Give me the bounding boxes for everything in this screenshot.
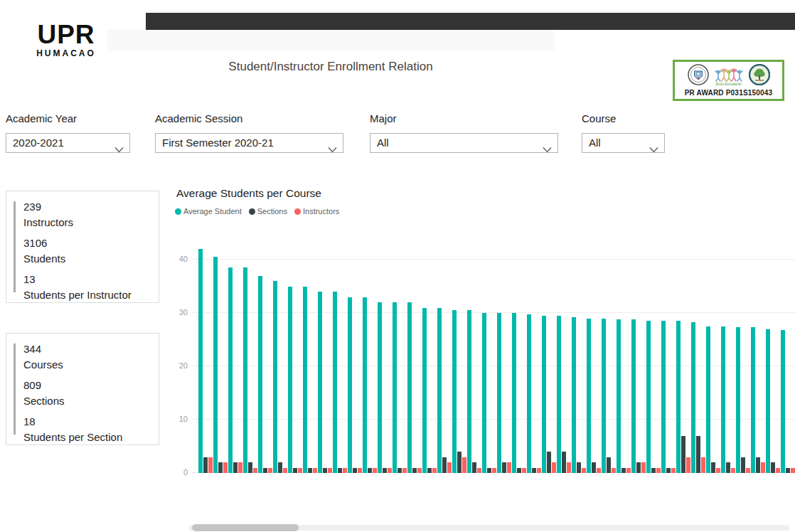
bar-average-student[interactable] bbox=[751, 327, 755, 474]
bar-group-PSIC3007[interactable] bbox=[512, 238, 526, 473]
bar-average-student[interactable] bbox=[482, 313, 486, 473]
bar-average-student[interactable] bbox=[303, 287, 307, 474]
bar-average-student[interactable] bbox=[497, 313, 501, 473]
bar-sections[interactable] bbox=[412, 468, 417, 474]
bar-average-student[interactable] bbox=[333, 292, 337, 473]
bar-sections[interactable] bbox=[621, 468, 626, 474]
bar-sections[interactable] bbox=[368, 468, 372, 474]
bar-average-student[interactable] bbox=[363, 297, 367, 474]
bar-instructors[interactable] bbox=[208, 457, 213, 474]
bar-sections[interactable] bbox=[696, 436, 700, 474]
academic-session-dropdown[interactable]: First Semester 2020-21 bbox=[155, 133, 343, 153]
bar-instructors[interactable] bbox=[552, 462, 556, 473]
bar-average-student[interactable] bbox=[646, 321, 651, 473]
bar-sections[interactable] bbox=[681, 436, 685, 474]
bar-average-student[interactable] bbox=[288, 287, 292, 474]
bar-group-BIOL3420[interactable] bbox=[557, 238, 571, 473]
bar-group-TEOC1005[interactable] bbox=[407, 238, 422, 473]
bar-instructors[interactable] bbox=[373, 468, 377, 474]
bar-average-student[interactable] bbox=[213, 257, 218, 473]
bar-average-student[interactable] bbox=[527, 314, 531, 474]
bar-group-BIOL4425[interactable] bbox=[736, 238, 750, 473]
major-dropdown[interactable]: All bbox=[370, 133, 558, 153]
bar-group-QUIM3031[interactable] bbox=[676, 238, 690, 473]
bar-group-TSOC4145[interactable] bbox=[527, 238, 541, 473]
bar-instructors[interactable] bbox=[761, 462, 765, 473]
bar-group-FINA3006[interactable] bbox=[348, 238, 362, 473]
bar-group-ADSO4210[interactable] bbox=[617, 238, 631, 473]
bar-average-student[interactable] bbox=[243, 267, 247, 473]
bar-sections[interactable] bbox=[786, 468, 790, 474]
bar-group-SOCI3245[interactable] bbox=[437, 238, 452, 473]
bar-sections[interactable] bbox=[651, 468, 656, 474]
bar-group-ANTR3005[interactable] bbox=[422, 238, 437, 473]
bar-instructors[interactable] bbox=[701, 457, 705, 474]
bar-group-TEOC1041[interactable] bbox=[333, 238, 347, 473]
bar-group-ASTR3001[interactable] bbox=[631, 238, 646, 473]
bar-average-student[interactable] bbox=[452, 310, 457, 473]
bar-group-BIOL4315[interactable] bbox=[646, 238, 661, 473]
bar-sections[interactable] bbox=[338, 468, 342, 474]
scrollbar-thumb[interactable] bbox=[192, 524, 299, 531]
bar-average-student[interactable] bbox=[393, 302, 397, 473]
bar-sections[interactable] bbox=[293, 468, 297, 474]
bar-group-BIOL3705[interactable] bbox=[258, 238, 272, 473]
bar-sections[interactable] bbox=[487, 468, 491, 474]
bar-group-FISI3011[interactable] bbox=[452, 238, 466, 473]
bar-group-BIOL3019[interactable] bbox=[213, 238, 228, 473]
bar-instructors[interactable] bbox=[507, 462, 511, 473]
bar-instructors[interactable] bbox=[537, 468, 541, 474]
bar-sections[interactable] bbox=[383, 468, 387, 474]
bar-instructors[interactable] bbox=[671, 468, 676, 474]
bar-instructors[interactable] bbox=[731, 468, 735, 474]
bar-instructors[interactable] bbox=[343, 468, 347, 474]
bar-sections[interactable] bbox=[472, 462, 476, 473]
bar-sections[interactable] bbox=[607, 457, 611, 474]
bar-instructors[interactable] bbox=[477, 468, 481, 474]
bar-instructors[interactable] bbox=[597, 468, 601, 474]
bar-sections[interactable] bbox=[741, 457, 745, 474]
bar-sections[interactable] bbox=[353, 468, 357, 474]
bar-group-MATE3172[interactable] bbox=[497, 238, 511, 473]
bar-average-student[interactable] bbox=[721, 326, 725, 473]
bar-average-student[interactable] bbox=[676, 321, 681, 473]
bar-instructors[interactable] bbox=[776, 468, 780, 474]
bar-sections[interactable] bbox=[771, 462, 775, 473]
bar-group-QUIM3032[interactable] bbox=[318, 238, 332, 473]
bar-instructors[interactable] bbox=[223, 462, 228, 473]
bar-sections[interactable] bbox=[427, 468, 432, 474]
bar-average-student[interactable] bbox=[781, 330, 785, 473]
bar-sections[interactable] bbox=[203, 457, 208, 474]
bar-instructors[interactable] bbox=[656, 468, 661, 474]
bar-instructors[interactable] bbox=[686, 457, 690, 474]
bar-instructors[interactable] bbox=[402, 468, 407, 474]
bar-sections[interactable] bbox=[532, 468, 536, 474]
bar-sections[interactable] bbox=[278, 462, 282, 473]
bar-group-BIOL3012[interactable] bbox=[288, 238, 302, 473]
bar-instructors[interactable] bbox=[716, 468, 720, 474]
academic-year-dropdown[interactable]: 2020-2021 bbox=[6, 133, 130, 153]
bar-group-MERC3115[interactable] bbox=[751, 238, 765, 473]
bar-instructors[interactable] bbox=[626, 468, 631, 474]
bar-average-student[interactable] bbox=[617, 319, 621, 473]
bar-group-BIOL3010[interactable] bbox=[228, 238, 242, 473]
bar-group-BIOL3305[interactable] bbox=[542, 238, 556, 473]
bar-average-student[interactable] bbox=[542, 316, 546, 473]
bar-instructors[interactable] bbox=[522, 468, 526, 474]
bar-instructors[interactable] bbox=[358, 468, 362, 474]
bar-instructors[interactable] bbox=[283, 468, 287, 474]
bar-sections[interactable] bbox=[577, 462, 581, 473]
legend-item-instructors[interactable]: Instructors bbox=[294, 207, 339, 216]
bar-average-student[interactable] bbox=[258, 276, 262, 474]
bar-sections[interactable] bbox=[323, 468, 327, 474]
legend-item-sections[interactable]: Sections bbox=[249, 207, 287, 216]
bar-average-student[interactable] bbox=[228, 267, 233, 473]
bar-sections[interactable] bbox=[517, 468, 521, 474]
bar-instructors[interactable] bbox=[746, 468, 750, 474]
bar-sections[interactable] bbox=[308, 468, 312, 474]
bar-instructors[interactable] bbox=[253, 468, 257, 474]
bar-instructors[interactable] bbox=[298, 468, 302, 474]
bar-instructors[interactable] bbox=[612, 468, 616, 474]
bar-group-BIOL3231[interactable] bbox=[273, 238, 287, 473]
bar-average-student[interactable] bbox=[691, 322, 695, 473]
